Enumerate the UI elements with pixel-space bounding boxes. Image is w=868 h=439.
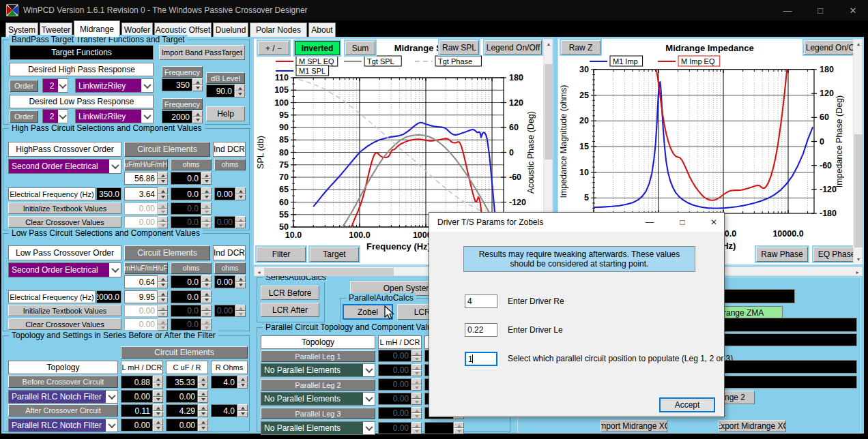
pg-combo2[interactable]: No Parallel Elements [261, 392, 375, 406]
spin-down-button[interactable] [201, 282, 212, 289]
driver-le-input[interactable] [465, 323, 497, 337]
spin-up-button[interactable] [153, 376, 163, 382]
after-c-spinner[interactable]: 4.29 [166, 404, 208, 417]
spin-up-button[interactable] [411, 407, 422, 413]
scrollbar-thumb[interactable] [854, 134, 863, 247]
spin-up-button[interactable] [235, 305, 246, 311]
spin-down-button[interactable] [158, 194, 168, 201]
export-midrange-xo-button[interactable]: Export Midrange XO [719, 420, 786, 432]
spin-down-button[interactable] [192, 117, 203, 124]
spin-down-button[interactable] [158, 324, 168, 331]
before-c-spinner[interactable]: 35.33 [166, 376, 208, 389]
spin-down-button[interactable] [201, 324, 212, 331]
spin-down-button[interactable] [411, 399, 422, 405]
leg-position-input[interactable] [465, 352, 497, 366]
close-button[interactable]: ✕ [839, 0, 867, 20]
spin-up-button[interactable] [237, 376, 248, 382]
lp-order-type-combo[interactable]: Second Order Electrical [8, 262, 121, 277]
lp-c2-spinner[interactable]: 9.95 [124, 290, 168, 303]
spin-down-button[interactable] [153, 382, 163, 389]
spin-up-button[interactable] [411, 350, 422, 356]
spin-down-button[interactable] [237, 382, 248, 389]
spin-down-button[interactable] [411, 428, 422, 434]
scrollbar-thumb[interactable] [545, 64, 553, 160]
notch2-c-spinner[interactable]: 0.00 [166, 419, 208, 432]
spin-up-button[interactable] [158, 172, 168, 179]
spin-up-button[interactable] [411, 393, 422, 399]
spin-down-button[interactable] [201, 311, 212, 317]
hp-r2-spinner[interactable]: 0.0 [171, 187, 212, 200]
hp-clear-crossover-button[interactable]: Clear Crossover Values [8, 216, 121, 228]
spin-up-button[interactable] [158, 187, 168, 194]
scroll-down-arrow-icon[interactable]: ▾ [854, 255, 863, 264]
spin-up-button[interactable] [235, 187, 246, 194]
spin-down-button[interactable] [201, 297, 212, 304]
spin-up-button[interactable] [201, 172, 212, 179]
spin-up-button[interactable] [153, 419, 163, 425]
spin-down-button[interactable] [235, 282, 246, 289]
help-button[interactable]: Help [206, 106, 245, 121]
lp-dcr1-spinner[interactable]: 0.00 [214, 275, 246, 288]
lp-c1-spinner[interactable]: 0.64 [124, 275, 168, 288]
spin-up-button[interactable] [201, 318, 212, 324]
spin-down-button[interactable] [158, 282, 168, 289]
spin-down-button[interactable] [198, 382, 208, 389]
dialog-maximize-button[interactable]: □ [671, 213, 694, 232]
spin-up-button[interactable] [158, 305, 168, 311]
hp-init-textbook-button[interactable]: Initialize Textbook Values [8, 202, 121, 214]
notch1-c-spinner[interactable]: 0.00 [166, 390, 208, 403]
spin-down-button[interactable] [153, 411, 163, 418]
spin-up-button[interactable] [198, 376, 208, 382]
lp-frequency-spinner[interactable]: 2000 [162, 110, 203, 123]
lcr-before-button[interactable]: LCR Before [261, 286, 319, 300]
dialog-close-button[interactable]: ✕ [702, 213, 725, 232]
spl-sum-button[interactable]: Sum [345, 41, 375, 55]
tab-about[interactable]: About [308, 22, 336, 37]
minimize-button[interactable]: — [774, 0, 801, 20]
spin-up-button[interactable] [201, 202, 212, 209]
hp-frequency-spinner[interactable]: 350 [162, 78, 203, 91]
spin-up-button[interactable] [411, 422, 422, 428]
dialog-title-bar[interactable]: Driver T/S Params for Zobels — □ ✕ [429, 213, 724, 232]
scrollbar-thumb[interactable] [264, 268, 394, 276]
scroll-up-arrow-icon[interactable]: ▴ [854, 40, 863, 48]
spin-down-button[interactable] [235, 91, 245, 98]
lp-order-combo[interactable]: 2 [42, 109, 68, 123]
raw-phase-button[interactable]: Raw Phase [756, 247, 808, 262]
hp-c2-spinner[interactable]: 3.64 [124, 187, 168, 200]
lp-r1-spinner[interactable]: 0.0 [171, 275, 212, 288]
spin-up-button[interactable] [192, 110, 203, 117]
spin-up-button[interactable] [158, 216, 168, 222]
notch2-l-spinner[interactable]: 0.00 [121, 419, 163, 432]
spin-up-button[interactable] [454, 422, 464, 428]
spin-down-button[interactable] [158, 209, 168, 215]
accept-button[interactable]: Accept [659, 397, 715, 412]
dialog-minimize-button[interactable]: — [638, 213, 661, 232]
tab-polar-nodes[interactable]: Polar Nodes [250, 22, 307, 37]
spin-down-button[interactable] [454, 428, 464, 434]
hp-dcr1-spinner[interactable]: 0.00 [214, 187, 246, 200]
spin-down-button[interactable] [235, 222, 246, 228]
after-r-spinner[interactable]: 4.0 [211, 404, 248, 417]
spin-up-button[interactable] [201, 305, 212, 311]
spin-down-button[interactable] [198, 397, 208, 404]
spin-up-button[interactable] [198, 390, 208, 397]
spin-up-button[interactable] [201, 275, 212, 282]
spin-down-button[interactable] [201, 179, 212, 185]
notch2-combo[interactable]: Parallel RLC Notch Filter [8, 419, 118, 432]
spin-down-button[interactable] [158, 222, 168, 228]
before-r-spinner[interactable]: 4.0 [211, 376, 248, 389]
spin-down-button[interactable] [201, 194, 212, 201]
spin-up-button[interactable] [192, 78, 203, 85]
spin-down-button[interactable] [411, 413, 422, 419]
notch1-l-spinner[interactable]: 0.00 [121, 390, 163, 403]
lp-r2-spinner[interactable]: 0.0 [171, 290, 212, 303]
spin-down-button[interactable] [158, 297, 168, 304]
spin-up-button[interactable] [235, 85, 245, 91]
spin-up-button[interactable] [198, 419, 208, 425]
hp-order-type-combo[interactable]: Second Order Electrical [8, 159, 121, 174]
target-button[interactable]: Target [310, 247, 359, 262]
spin-down-button[interactable] [198, 425, 208, 432]
spin-down-button[interactable] [411, 356, 422, 362]
spin-down-button[interactable] [158, 179, 168, 185]
